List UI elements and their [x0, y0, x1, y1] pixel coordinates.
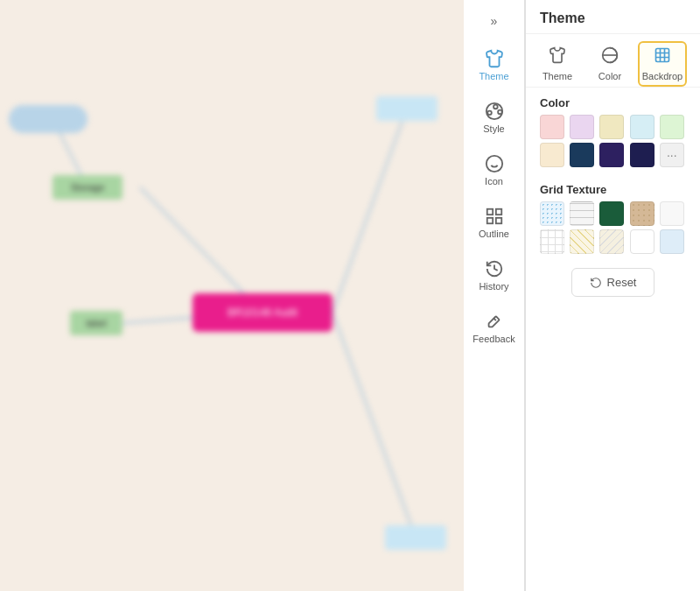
texture-swatch-tan[interactable] [630, 201, 654, 226]
node-bottom-right [385, 525, 446, 550]
style-icon [485, 102, 504, 121]
color-swatch-0[interactable] [540, 115, 564, 139]
texture-swatch-white-plain[interactable] [660, 201, 684, 226]
svg-rect-14 [495, 217, 500, 222]
color-swatch-8[interactable] [630, 143, 654, 167]
node-oval [9, 105, 88, 133]
texture-swatch-dark-green[interactable] [599, 201, 624, 226]
node-storage: Storage [52, 175, 122, 200]
sidebar-item-icon[interactable]: Icon [468, 144, 521, 196]
svg-line-2 [332, 109, 407, 313]
texture-swatch-yellow-lines[interactable] [570, 229, 594, 254]
tab-backdrop-label: Backdrop [642, 71, 682, 81]
node-center: BR10148 Audit [192, 293, 332, 332]
svg-rect-11 [486, 208, 492, 214]
history-icon [485, 259, 504, 278]
color-swatch-2[interactable] [599, 115, 624, 139]
svg-point-7 [487, 110, 492, 115]
tab-backdrop[interactable]: Backdrop [638, 41, 687, 87]
svg-point-5 [494, 104, 498, 109]
color-swatch-5[interactable] [540, 143, 564, 167]
texture-section-title: Grid Texture [526, 174, 700, 201]
sidebar-item-feedback[interactable]: Feedback [468, 301, 521, 354]
texture-swatch-dots[interactable] [540, 201, 564, 226]
sidebar-item-outline[interactable]: Outline [468, 196, 521, 249]
collapse-button[interactable]: » [477, 7, 512, 35]
tab-color-icon [601, 46, 619, 68]
texture-swatch-plain-white[interactable] [630, 229, 654, 254]
tab-theme-label: Theme [542, 71, 572, 81]
texture-swatch-lines[interactable] [570, 201, 594, 226]
color-swatch-1[interactable] [570, 115, 594, 139]
tab-theme-icon [549, 46, 566, 68]
texture-grid [526, 201, 700, 261]
outline-icon [485, 207, 504, 226]
tab-backdrop-icon [654, 46, 671, 68]
sidebar-item-history[interactable]: History [468, 249, 521, 301]
node-top-right [376, 96, 438, 121]
canvas-area: Storage label BR10148 Audit [0, 0, 464, 591]
sidebar-item-style-label: Style [483, 123, 504, 134]
sidebar-item-icon-label: Icon [485, 176, 503, 186]
feedback-icon [485, 312, 504, 331]
sidebar-item-feedback-label: Feedback [472, 334, 514, 344]
color-swatch-6[interactable] [570, 143, 594, 167]
theme-icon [485, 49, 504, 68]
texture-swatch-white-grid[interactable] [540, 229, 564, 254]
sidebar: » Theme Style [464, 0, 525, 591]
panel-tabs: Theme Color Backdrop [526, 34, 700, 88]
tab-theme[interactable]: Theme [533, 41, 582, 87]
tab-color[interactable]: Color [585, 41, 634, 87]
texture-swatch-light-blue[interactable] [660, 229, 684, 254]
color-swatch-more[interactable]: ··· [660, 143, 684, 167]
right-panel: Theme Theme Color [525, 0, 700, 591]
panel-header: Theme [526, 0, 700, 34]
tab-color-label: Color [598, 71, 621, 81]
svg-line-3 [332, 313, 416, 538]
color-swatch-3[interactable] [630, 115, 654, 139]
color-swatch-4[interactable] [660, 115, 684, 139]
icon-icon [485, 154, 504, 173]
sidebar-item-history-label: History [479, 281, 508, 292]
svg-point-8 [486, 155, 501, 171]
svg-rect-16 [656, 49, 669, 62]
color-section-title: Color [526, 88, 700, 115]
reset-icon [590, 277, 602, 289]
color-grid: ··· [526, 115, 700, 174]
node-label: label [70, 311, 122, 335]
sidebar-item-outline-label: Outline [479, 229, 509, 239]
svg-rect-13 [486, 217, 492, 222]
texture-swatch-diagonal[interactable] [599, 229, 624, 254]
svg-rect-12 [495, 208, 500, 214]
reset-button[interactable]: Reset [571, 268, 655, 297]
color-swatch-7[interactable] [599, 143, 624, 167]
sidebar-item-theme[interactable]: Theme [468, 39, 521, 91]
sidebar-item-theme-label: Theme [479, 71, 508, 81]
sidebar-item-style[interactable]: Style [468, 91, 521, 144]
